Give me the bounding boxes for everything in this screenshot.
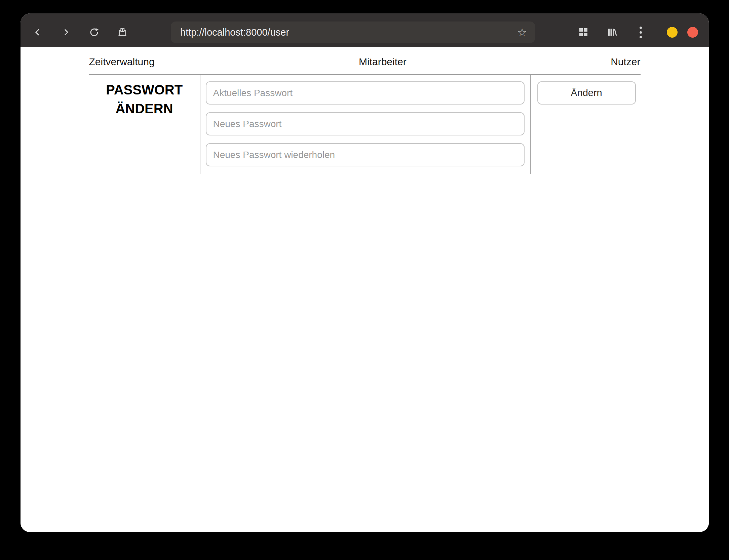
grid-icon xyxy=(579,28,587,36)
reload-icon xyxy=(89,27,100,38)
browser-window: http://localhost:8000/user ☆ xyxy=(21,13,709,532)
form-heading-column: PASSWORT ÄNDERN xyxy=(89,75,200,174)
main-nav: Zeitverwaltung Mitarbeiter Nutzer xyxy=(89,47,641,69)
chevron-left-icon xyxy=(33,27,43,37)
new-tab-button[interactable] xyxy=(117,27,128,38)
library-books-icon xyxy=(607,27,617,38)
form-fields-column xyxy=(200,75,531,174)
minimize-button[interactable] xyxy=(667,27,678,38)
close-button[interactable] xyxy=(687,27,698,38)
current-password-field[interactable] xyxy=(206,81,525,105)
kebab-menu-icon xyxy=(640,25,642,39)
window-controls xyxy=(667,27,698,38)
forward-button[interactable] xyxy=(60,27,72,38)
bookmark-star-icon[interactable]: ☆ xyxy=(517,27,527,38)
nav-item-nutzer[interactable]: Nutzer xyxy=(611,54,640,69)
nav-item-zeitverwaltung[interactable]: Zeitverwaltung xyxy=(89,54,155,69)
back-button[interactable] xyxy=(32,27,43,38)
nav-item-mitarbeiter[interactable]: Mitarbeiter xyxy=(359,54,407,69)
browser-titlebar: http://localhost:8000/user ☆ xyxy=(21,13,709,47)
repeat-new-password-field[interactable] xyxy=(206,143,525,166)
menu-button[interactable] xyxy=(635,27,646,38)
change-password-button[interactable]: Ändern xyxy=(537,81,636,105)
page-title: PASSWORT ÄNDERN xyxy=(94,80,195,174)
url-text: http://localhost:8000/user xyxy=(180,27,517,38)
form-action-column: Ändern xyxy=(531,75,641,174)
password-form: PASSWORT ÄNDERN Ändern xyxy=(89,75,641,174)
page-content: Zeitverwaltung Mitarbeiter Nutzer PASSWO… xyxy=(21,47,709,532)
new-password-field[interactable] xyxy=(206,112,525,135)
address-bar[interactable]: http://localhost:8000/user ☆ xyxy=(171,22,535,43)
tab-overview-button[interactable] xyxy=(578,27,589,38)
library-button[interactable] xyxy=(606,27,618,38)
chevron-right-icon xyxy=(61,27,71,37)
titlebar-right-icons xyxy=(578,27,646,38)
reload-button[interactable] xyxy=(88,27,100,38)
new-tab-icon xyxy=(117,27,128,38)
